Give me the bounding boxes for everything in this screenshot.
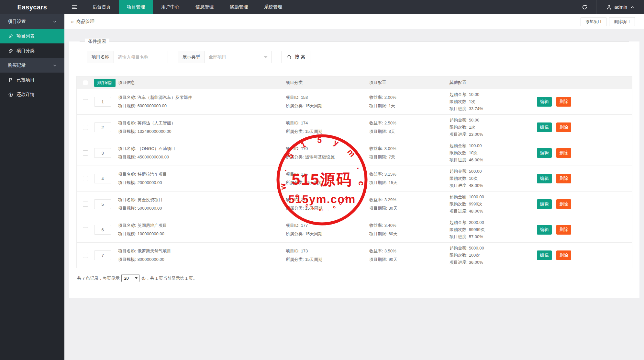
sort-order-input[interactable] [94,148,111,158]
project-name: 汽车（新能源汽车）及零部件 [138,95,192,100]
user-menu[interactable]: admin [596,0,644,14]
icon-link [8,34,13,39]
search-fieldset: 条件搜索 项目名称 展示类型 全部项目 搜 索 [80,41,629,71]
refresh-button[interactable] [573,0,596,14]
chevron-down-icon [52,63,57,68]
edit-button[interactable]: 编辑 [537,97,552,107]
row-checkbox[interactable] [83,176,88,181]
edit-button[interactable]: 编辑 [537,174,552,183]
sidebar-item-2[interactable]: 项目分类 [0,43,64,58]
project-name-input[interactable] [114,51,168,63]
delete-button[interactable]: 删除 [556,174,571,183]
chevron-up-icon [630,5,635,10]
purchase-limit-times: 100次 [469,253,480,258]
project-category: 15天周期 [305,231,322,236]
project-rate: 2.50% [384,121,396,125]
row-checkbox[interactable] [83,202,88,207]
project-name: （ONGC）石油项目 [138,146,175,151]
search-button[interactable]: 搜 索 [282,51,310,63]
project-name: 黄金投资项目 [138,197,163,202]
min-purchase-amount: 50.00 [469,118,480,122]
row-checkbox[interactable] [83,125,88,130]
nav-tab-4[interactable]: 奖励管理 [222,0,256,14]
top-navbar: Easycars 后台首页 项目管理 用户中心 信息管理 奖励管理 系统管理 a… [0,0,644,14]
project-progress: 23.00% [469,132,483,137]
row-checkbox[interactable] [83,150,88,156]
row-checkbox[interactable] [83,227,88,232]
purchase-limit-times: 10次 [469,150,478,155]
project-category: 15天周期 [305,206,322,211]
main-area: » 商品管理 添加项目 删除项目 条件搜索 项目名称 展示类型 全部项目 [64,14,644,360]
project-id: 176 [301,197,308,202]
sidebar-group-3[interactable]: 购买记录 [0,58,64,73]
edit-button[interactable]: 编辑 [537,122,552,132]
edit-button[interactable]: 编辑 [537,225,552,235]
main-nav: 后台首页 项目管理 用户中心 信息管理 奖励管理 系统管理 [84,0,290,14]
nav-tab-2[interactable]: 用户中心 [153,0,187,14]
sort-refresh-button[interactable]: 排序刷新 [94,79,116,87]
project-category: 运输与基础设施 [305,155,335,159]
table-row: 项目名称:特斯拉汽车项目 项目规模:20000000.00 项目ID:175 所… [77,166,632,191]
header-project-category: 项目分类 [286,80,369,86]
purchase-limit-times: 99999次 [469,227,485,232]
user-icon [606,4,612,10]
project-id: 173 [301,249,308,253]
projects-table: 排序刷新 项目信息 项目分类 项目配置 其他配置 项目名称:汽车（新能源汽车）及… [76,76,632,268]
nav-tab-1[interactable]: 项目管理 [119,0,153,14]
sort-order-input[interactable] [94,250,111,260]
search-form: 项目名称 展示类型 全部项目 搜 索 [87,51,629,63]
project-progress: 57.00% [469,234,483,239]
delete-button[interactable]: 删除 [556,148,571,158]
project-rate: 2.00% [384,95,396,100]
delete-button[interactable]: 删除 [556,225,571,235]
min-purchase-amount: 100.00 [469,143,482,148]
edit-button[interactable]: 编辑 [537,199,552,209]
sort-order-input[interactable] [94,122,111,132]
project-duration: 1天 [389,103,395,108]
delete-button[interactable]: 删除 [556,97,571,107]
sidebar-toggle-icon[interactable] [64,0,84,14]
project-rate: 3.15% [384,172,396,177]
delete-button[interactable]: 删除 [556,250,571,260]
project-duration: 3天 [389,129,395,134]
purchase-limit-times: 9999次 [469,202,483,206]
edit-button[interactable]: 编辑 [537,250,552,260]
display-type-select[interactable]: 全部项目 [205,51,272,63]
brand-logo[interactable]: Easycars [0,0,64,14]
row-checkbox[interactable] [83,99,88,104]
edit-button[interactable]: 编辑 [537,148,552,158]
sidebar-item-4[interactable]: 已投项目 [0,73,64,87]
pagination: 共 7 条记录，每页显示 20 条，共 1 页当前显示第 1 页。 [77,274,632,282]
nav-tab-3[interactable]: 信息管理 [187,0,222,14]
project-scale: 6000000000.00 [138,103,167,108]
project-scale: 50000000.00 [138,206,162,211]
add-project-button[interactable]: 添加项目 [581,17,606,26]
project-rate: 3.40% [384,223,396,228]
delete-button[interactable]: 删除 [556,122,571,132]
project-scale: 132490000000.00 [138,129,172,134]
delete-project-button[interactable]: 删除项目 [609,17,635,26]
nav-tab-5[interactable]: 系统管理 [256,0,290,14]
project-name-group: 项目名称 [87,51,168,63]
project-duration: 90天 [389,257,397,262]
select-all-checkbox[interactable] [83,80,88,85]
delete-button[interactable]: 删除 [556,199,571,209]
project-duration: 15天 [389,180,397,185]
sidebar-item-5[interactable]: 还款详情 [0,87,64,102]
sort-order-input[interactable] [94,199,111,209]
project-duration: 30天 [389,206,397,211]
row-checkbox[interactable] [83,253,88,258]
sort-order-input[interactable] [94,225,111,235]
per-page-select[interactable]: 20 [121,274,139,282]
header-project-info: 项目信息 [116,80,286,86]
sort-order-input[interactable] [94,174,111,183]
project-progress: 46.00% [469,157,483,162]
nav-tab-0[interactable]: 后台首页 [84,0,119,14]
sort-order-input[interactable] [94,97,111,107]
sidebar-item-1[interactable]: 项目列表 [0,29,64,43]
project-progress: 36.00% [469,260,483,265]
sidebar-group-0[interactable]: 项目设置 [0,14,64,29]
project-id: 177 [301,223,308,228]
project-scale: 100000000.00 [138,231,164,236]
project-rate: 3.00% [384,146,396,151]
